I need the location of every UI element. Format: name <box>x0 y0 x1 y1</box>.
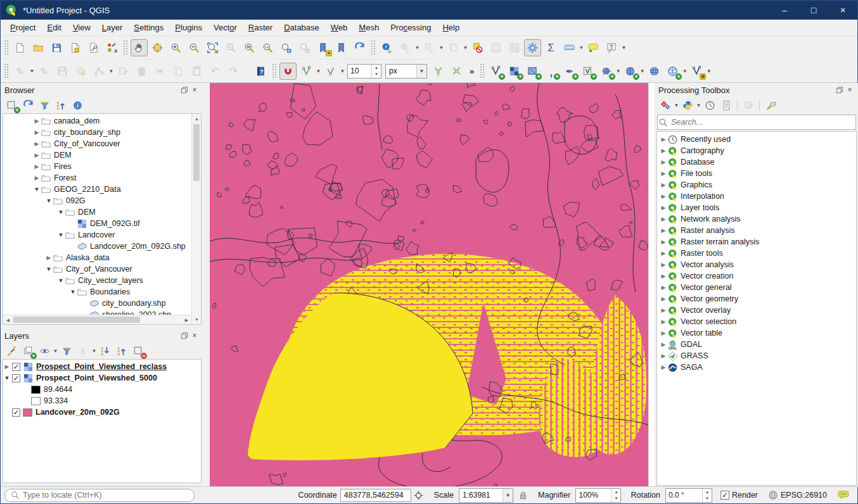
snap-mode-vertex-dropdown[interactable]: ▼ <box>316 63 321 80</box>
menu-settings[interactable]: Settings <box>128 21 169 34</box>
layers-close-icon[interactable]: × <box>189 331 200 341</box>
pan-to-selection-button[interactable] <box>149 39 166 56</box>
locator-box[interactable] <box>4 489 195 502</box>
processing-group-interpolation[interactable]: ▶Interpolation <box>657 191 856 202</box>
processing-group-graphics[interactable]: ▶Graphics <box>657 179 856 191</box>
collapse-all-button[interactable] <box>114 343 129 358</box>
snapping-toggle-button[interactable] <box>279 63 297 80</box>
results-viewer-button[interactable] <box>719 98 734 113</box>
maximize-button[interactable]: □ <box>799 1 828 20</box>
expander-icon[interactable]: ▶ <box>33 163 41 170</box>
browser-item-city_of_vancouver[interactable]: ▶City_of_Vancouver <box>3 138 191 149</box>
add-group-button[interactable]: + <box>20 343 35 358</box>
expander-icon[interactable]: ▶ <box>660 193 667 199</box>
select-by-form-dropdown[interactable]: ▼ <box>463 39 468 56</box>
browser-item-092g[interactable]: ▼092G <box>3 195 191 206</box>
zoom-full-button[interactable] <box>204 39 221 56</box>
browser-vscrollbar[interactable]: ▲ ▼ <box>191 114 201 324</box>
browser-item-city_boundary_shp[interactable]: ▶city_boundary_shp <box>3 127 191 138</box>
processing-toolbox-toggle-button[interactable] <box>524 39 541 56</box>
add-mesh-layer-button[interactable]: + <box>524 63 541 80</box>
expander-icon[interactable]: ▶ <box>33 141 41 147</box>
expander-icon[interactable]: ▶ <box>660 182 667 188</box>
expander-icon[interactable]: ▶ <box>660 330 667 336</box>
processing-group-database[interactable]: ▶Database <box>657 156 856 168</box>
toolbar-grip[interactable] <box>371 40 376 55</box>
processing-float-icon[interactable] <box>835 85 845 95</box>
processing-options-menu-dropdown[interactable]: ▼ <box>674 97 679 114</box>
browser-item-fires[interactable]: ▶Fires <box>3 161 191 172</box>
expander-icon[interactable]: ▶ <box>660 205 667 211</box>
browser-item-forest[interactable]: ▶Forest <box>3 172 191 184</box>
expander-icon[interactable]: ▶ <box>660 227 667 234</box>
style-manager-button[interactable]: a <box>103 39 120 56</box>
processing-group-cartography[interactable]: ▶Cartography <box>657 145 856 156</box>
expander-icon[interactable]: ▶ <box>660 341 667 348</box>
expander-icon[interactable]: ▶ <box>660 159 667 165</box>
processing-group-vector-geometry[interactable]: ▶Vector geometry <box>657 293 856 305</box>
enable-properties-widget-button[interactable]: i <box>70 98 85 113</box>
topological-editing-button[interactable] <box>430 63 447 80</box>
expander-icon[interactable]: ▼ <box>57 209 65 215</box>
messages-icon[interactable] <box>837 489 850 501</box>
expander-icon[interactable]: ▶ <box>660 273 667 279</box>
expander-icon[interactable]: ▶ <box>660 296 667 302</box>
expand-all-button[interactable] <box>98 343 113 358</box>
filter-browser-button[interactable] <box>37 98 52 113</box>
remove-layer-button[interactable]: − <box>131 343 146 358</box>
add-wcs-layer-dropdown[interactable]: ▼ <box>682 63 688 80</box>
menu-vector[interactable]: Vector <box>208 21 243 34</box>
text-annotation-button[interactable]: T <box>603 39 620 56</box>
processing-group-vector-overlay[interactable]: ▶Vector overlay <box>657 305 856 316</box>
layer-checkbox[interactable]: ✓ <box>12 363 20 371</box>
snap-tolerance-input[interactable]: 10▲▼ <box>347 64 381 79</box>
add-postgis-layer-dropdown[interactable]: ▼ <box>615 63 621 80</box>
current-edits-dropdown[interactable]: ▼ <box>29 63 35 80</box>
menu-plugins[interactable]: Plugins <box>169 21 208 34</box>
toolbar-grip[interactable] <box>4 63 9 79</box>
processing-close-icon[interactable]: × <box>845 85 855 95</box>
python-scripts-dropdown[interactable]: ▼ <box>696 97 701 114</box>
render-checkbox[interactable]: ✓ <box>720 491 729 500</box>
add-spatialite-layer-button[interactable]: ✒+ <box>561 63 578 80</box>
measure-button[interactable] <box>561 39 578 56</box>
open-layer-styling-button[interactable] <box>4 343 19 358</box>
browser-item-dem[interactable]: ▶DEM <box>3 149 191 161</box>
browser-item-city_boundary.shp[interactable]: city_boundary.shp <box>3 298 191 309</box>
expander-icon[interactable]: ▶ <box>33 152 41 158</box>
processing-search[interactable] <box>657 115 856 130</box>
expander-icon[interactable]: ▶ <box>660 250 667 256</box>
browser-item-city_vector_layers[interactable]: ▼City_vector_layers <box>3 275 191 286</box>
browser-close-icon[interactable]: × <box>189 85 200 95</box>
processing-group-raster-tools[interactable]: ▶Raster tools <box>657 248 856 259</box>
expander-icon[interactable]: ▼ <box>57 232 65 238</box>
processing-group-network-analysis[interactable]: ▶Network analysis <box>657 213 856 225</box>
refresh-map-button[interactable] <box>351 39 368 56</box>
add-virtual-layer-button[interactable]: ✱ <box>688 63 705 80</box>
processing-group-raster-analysis[interactable]: ▶Raster analysis <box>657 225 856 236</box>
snap-mode-vertex-button[interactable] <box>298 63 315 80</box>
history-button[interactable] <box>702 98 717 113</box>
expander-icon[interactable]: ▶ <box>660 170 667 177</box>
layer-landcover-20m-092g[interactable]: ✓Landcover_20m_092G <box>3 406 201 418</box>
map-tips-button[interactable] <box>585 39 602 56</box>
snap-units-combo[interactable]: px▼ <box>385 64 427 79</box>
menu-raster[interactable]: Raster <box>243 21 278 34</box>
manage-map-themes-dropdown[interactable]: ▼ <box>53 343 58 360</box>
expander-icon[interactable]: ▼ <box>69 289 77 295</box>
lock-scale-icon[interactable] <box>516 491 529 500</box>
expander-icon[interactable]: ▶ <box>660 239 667 245</box>
browser-item-geog_2210_data[interactable]: ▼GEOG_2210_Data <box>3 184 191 195</box>
browser-hscrollbar[interactable]: ◀ ▶ <box>3 315 191 324</box>
browser-item-landcover_20m_092g.shp[interactable]: Landcover_20m_092G.shp <box>3 241 191 252</box>
zoom-in-button[interactable] <box>167 39 184 56</box>
browser-item-landcover[interactable]: ▼Landcover <box>3 229 191 241</box>
add-postgis-layer-button[interactable]: + <box>598 63 615 80</box>
deselect-all-button[interactable] <box>469 39 486 56</box>
toolbar-grip[interactable] <box>4 40 9 55</box>
processing-group-saga[interactable]: ▶SAGA <box>657 362 856 373</box>
menu-database[interactable]: Database <box>278 21 325 34</box>
expander-icon[interactable]: ▶ <box>33 129 41 135</box>
expander-icon[interactable]: ▶ <box>660 353 667 359</box>
chevron-down-icon[interactable]: ▼ <box>503 489 513 502</box>
